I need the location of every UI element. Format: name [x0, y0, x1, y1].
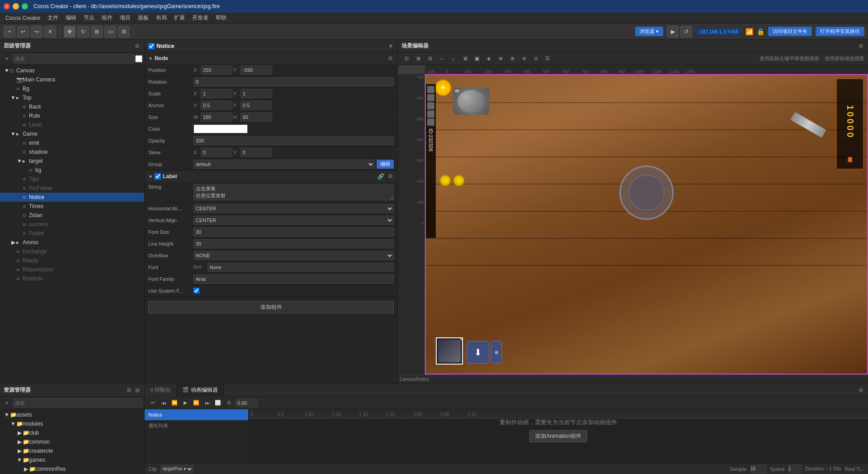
toolbar-rotate-btn[interactable]: ↻ [77, 26, 89, 38]
opacity-input[interactable] [193, 136, 394, 145]
char-thumbnail[interactable] [436, 337, 463, 365]
color-swatch[interactable] [193, 124, 248, 133]
toolbar-rect-btn[interactable]: ▭ [104, 26, 116, 38]
scene-tool-2[interactable]: ⊞ [413, 54, 423, 64]
tree-node-resurrection[interactable]: ○ Resurrection [0, 265, 144, 274]
tree-node-success[interactable]: ○ success [0, 220, 144, 229]
speed-input[interactable] [788, 465, 802, 473]
skew-y-input[interactable] [241, 148, 272, 157]
tree-node-times[interactable]: ○ Times [0, 202, 144, 211]
tl-btn-3[interactable]: ⏪ [170, 398, 179, 408]
assets-search-input[interactable] [13, 398, 142, 408]
scene-tool-4[interactable]: ↔ [437, 54, 447, 64]
tree-node-bg2[interactable]: ○ bg [0, 166, 144, 175]
timeline-props-label[interactable]: 属性列表 [145, 420, 248, 431]
toolbar-scale-btn[interactable]: ⊞ [91, 26, 103, 38]
tl-btn-1[interactable]: ↩ [148, 398, 157, 408]
lineheight-input[interactable] [193, 239, 394, 248]
scene-tool-12[interactable]: ⊙ [531, 54, 541, 64]
tree-node-picframe[interactable]: ○ PicFrame [0, 184, 144, 193]
menu-layout[interactable]: 布局 [152, 13, 170, 23]
asset-node-assets[interactable]: ▼ 📁 assets [0, 410, 144, 419]
tab-console[interactable]: ≡ 控制台 [145, 384, 177, 397]
menu-list-btn[interactable]: ≡ [491, 341, 502, 364]
tl-btn-8[interactable]: ⊙ [224, 398, 233, 408]
asset-node-createrole[interactable]: ▶ 📁 createrole [0, 446, 144, 455]
menu-file[interactable]: 文件 [44, 13, 62, 23]
asset-node-games[interactable]: ▼ 📁 games [0, 455, 144, 465]
maximize-btn[interactable]: □ [22, 3, 28, 9]
down-arrow-btn[interactable]: ⬇ [467, 341, 489, 364]
add-anim-btn[interactable]: 添加Animation组件 [529, 430, 587, 442]
label-section-settings-icon[interactable]: ⚙ [387, 172, 394, 180]
assets-settings-icon[interactable]: ⚙ [126, 386, 132, 394]
menu-developer[interactable]: 开发者 [189, 13, 212, 23]
hierarchy-settings-icon[interactable]: ⚙ [134, 42, 141, 50]
tl-btn-6[interactable]: ⏭ [203, 398, 212, 408]
minimize-btn[interactable]: − [13, 3, 19, 9]
tree-node-shadow[interactable]: ○ shadow [0, 147, 144, 156]
scene-tool-13[interactable]: ☰ [542, 54, 552, 64]
tree-node-failed[interactable]: ○ Failed [0, 229, 144, 238]
tree-node-top[interactable]: ▼ ▸ Top [0, 93, 144, 102]
scene-tool-5[interactable]: ↕ [448, 54, 458, 64]
properties-add-btn[interactable]: + [388, 41, 394, 51]
node-section-header[interactable]: ▼ Node ⚙ [145, 52, 397, 64]
tree-node-ready[interactable]: ○ Ready [0, 256, 144, 265]
scene-tool-11[interactable]: ⊘ [519, 54, 529, 64]
tree-node-ruteinfo[interactable]: ○ RuteInfo [0, 274, 144, 283]
tl-btn-5[interactable]: ⏩ [192, 398, 201, 408]
valign-select[interactable]: CENTER TOP BOTTOM [193, 216, 394, 225]
tree-node-ammo[interactable]: ▶ ▸ Ammo [0, 238, 144, 247]
hierarchy-add-btn[interactable]: + [2, 54, 12, 64]
node-enabled-checkbox[interactable] [148, 43, 155, 49]
node-section-settings-icon[interactable]: ⚙ [387, 54, 394, 62]
toolbar-redo-btn[interactable]: ↪ [31, 26, 42, 38]
skew-x-input[interactable] [201, 148, 232, 157]
add-component-btn[interactable]: 添加组件 [148, 301, 394, 313]
tree-node-exchange[interactable]: ○ Exchange [0, 247, 144, 256]
toolbar-add-btn[interactable]: + [4, 26, 15, 38]
tree-node-back[interactable]: ○ Back [0, 102, 144, 111]
tree-node-tips[interactable]: ○ Tips [0, 175, 144, 184]
tree-node-canvas[interactable]: ▼ □ Canvas [0, 66, 144, 75]
fontsize-input[interactable] [193, 228, 394, 237]
size-w-input[interactable] [201, 113, 232, 122]
toolbar-undo-btn[interactable]: ↩ [17, 26, 29, 38]
rotation-input[interactable] [193, 77, 394, 86]
tl-btn-2[interactable]: ⏮ [159, 398, 168, 408]
menu-extend[interactable]: 扩展 [170, 13, 189, 23]
halign-select[interactable]: CENTER LEFT RIGHT [193, 204, 394, 213]
scene-tool-8[interactable]: ◈ [484, 54, 494, 64]
menu-panel[interactable]: 面板 [134, 13, 152, 23]
label-section-header[interactable]: ▼ Label 🔗 ⚙ [145, 171, 397, 182]
tree-node-notice[interactable]: ○ Notice [0, 193, 144, 202]
font-input[interactable] [208, 263, 394, 272]
menu-edit[interactable]: 编辑 [62, 13, 80, 23]
asset-node-common[interactable]: ▶ 📁 common [0, 437, 144, 446]
string-textarea[interactable]: 点击屏幕 任意位置发射 [193, 184, 394, 200]
refresh-btn[interactable]: ↺ [680, 26, 692, 38]
hierarchy-filter-checkbox[interactable] [135, 55, 142, 62]
tree-node-game[interactable]: ▼ ▸ Game [0, 129, 144, 138]
menu-project[interactable]: 项目 [116, 13, 134, 23]
tree-node-bg[interactable]: ○ Bg [0, 84, 144, 93]
tl-btn-4[interactable]: ▶ [181, 398, 190, 408]
toolbar-settings-btn[interactable]: ⚙ [118, 26, 130, 38]
hierarchy-search-input[interactable] [13, 54, 134, 63]
tree-node-rule[interactable]: ○ Rule [0, 111, 144, 120]
scene-settings-icon[interactable]: ⚙ [858, 42, 864, 50]
position-x-input[interactable] [201, 66, 232, 75]
scene-viewport[interactable]: -100 0 100 200 300 400 500 600 700 800 9… [398, 65, 868, 384]
toolbar-delete-btn[interactable]: ✕ [44, 26, 56, 38]
tree-node-main_camera[interactable]: 📷 Main Camera [0, 75, 144, 84]
targetpos-select[interactable]: targetPos ▾ [160, 465, 193, 473]
menu-coco[interactable]: Cocos Creator [2, 14, 44, 22]
scene-tool-1[interactable]: ⊡ [401, 54, 411, 64]
scene-tool-6[interactable]: ⊠ [460, 54, 470, 64]
visit-file-btn[interactable]: 访问项目文件夹 [768, 27, 812, 36]
asset-node-club[interactable]: ▶ 📁 club [0, 428, 144, 437]
overflow-select[interactable]: NONE CLAMP SHRINK RESIZE_HEIGHT [193, 251, 394, 260]
timeline-settings-icon[interactable]: ⚙ [858, 386, 864, 394]
play-btn[interactable]: ▶ [667, 26, 679, 38]
